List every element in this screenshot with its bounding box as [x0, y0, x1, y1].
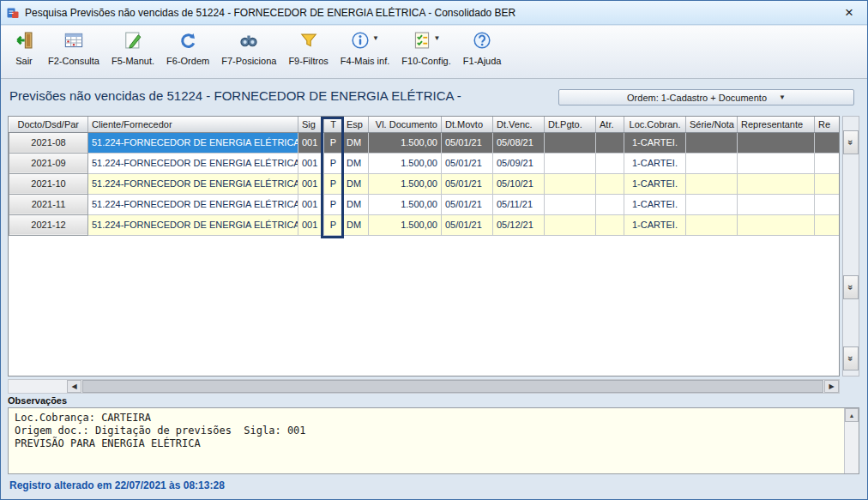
cell-docto[interactable]: 2021-12 [9, 214, 88, 235]
cell-t[interactable]: P [324, 214, 343, 235]
cell-t[interactable]: P [324, 194, 343, 214]
table-row[interactable]: 2021-1051.224-FORNECEDOR DE ENERGIA ELÉT… [9, 173, 841, 194]
cell-serie-nota[interactable] [686, 214, 738, 235]
scroll-first-button[interactable]: » [843, 130, 859, 154]
cell-representante[interactable] [738, 173, 815, 194]
cell-dt-movto[interactable]: 05/01/21 [442, 132, 493, 153]
cell-loc-cobran[interactable]: 1-CARTEI. [624, 214, 686, 235]
cell-re[interactable] [815, 173, 841, 194]
scroll-page-down-button[interactable]: » [843, 275, 859, 299]
cell-cliente[interactable]: 51.224-FORNECEDOR DE ENERGIA ELÉTRICA [88, 194, 298, 214]
cell-loc-cobran[interactable]: 1-CARTEI. [624, 153, 686, 173]
toolbar-button-f1-ajuda[interactable]: F1-Ajuda [457, 29, 508, 68]
scroll-left-button[interactable]: ◀ [67, 380, 81, 393]
cell-docto[interactable]: 2021-09 [9, 153, 88, 173]
cell-representante[interactable] [738, 194, 815, 214]
cell-dt-pgto[interactable] [545, 153, 596, 173]
cell-esp[interactable]: DM [343, 214, 369, 235]
observations-scrollbar[interactable]: ▲ [844, 408, 859, 473]
cell-dt-movto[interactable]: 05/01/21 [442, 153, 493, 173]
column-header-t[interactable]: T [324, 117, 343, 132]
column-header-re[interactable]: Re [815, 117, 841, 132]
cell-re[interactable] [815, 132, 841, 153]
cell-dt-venc[interactable]: 05/09/21 [493, 153, 545, 173]
cell-re[interactable] [815, 153, 841, 173]
cell-esp[interactable]: DM [343, 194, 369, 214]
observations-box[interactable]: Loc.Cobrança: CARTEIRAOrigem doc.: Digit… [8, 407, 859, 474]
cell-dt-venc[interactable]: 05/12/21 [493, 214, 545, 235]
cell-cliente[interactable]: 51.224-FORNECEDOR DE ENERGIA ELÉTRICA [88, 173, 298, 194]
cell-esp[interactable]: DM [343, 132, 369, 153]
close-button[interactable]: × [836, 5, 862, 20]
cell-dt-venc[interactable]: 05/11/21 [493, 194, 545, 214]
cell-dt-pgto[interactable] [545, 132, 596, 153]
column-header-sig[interactable]: Sig [298, 117, 324, 132]
cell-sig[interactable]: 001 [298, 153, 324, 173]
cell-cliente[interactable]: 51.224-FORNECEDOR DE ENERGIA ELÉTRICA [88, 214, 298, 235]
cell-representante[interactable] [738, 132, 815, 153]
cell-dt-movto[interactable]: 05/01/21 [442, 173, 493, 194]
cell-atr[interactable] [596, 132, 624, 153]
column-header-dt-pgto[interactable]: Dt.Pgto. [545, 117, 596, 132]
toolbar-button-sair[interactable]: Sair [6, 29, 42, 68]
cell-representante[interactable] [738, 214, 815, 235]
toolbar-button-f7-posiciona[interactable]: F7-Posiciona [215, 29, 282, 68]
cell-serie-nota[interactable] [686, 173, 738, 194]
cell-vl-documento[interactable]: 1.500,00 [369, 173, 442, 194]
cell-serie-nota[interactable] [686, 153, 738, 173]
cell-loc-cobran[interactable]: 1-CARTEI. [624, 132, 686, 153]
column-header-docto[interactable]: Docto/Dsd/Par [9, 117, 88, 132]
cell-sig[interactable]: 001 [298, 194, 324, 214]
cell-dt-pgto[interactable] [545, 194, 596, 214]
cell-serie-nota[interactable] [686, 132, 738, 153]
toolbar-button-f4-mais-inf[interactable]: ▼F4-Mais inf. [335, 29, 395, 68]
cell-esp[interactable]: DM [343, 153, 369, 173]
cell-loc-cobran[interactable]: 1-CARTEI. [624, 194, 686, 214]
scroll-right-button[interactable]: ▶ [824, 380, 839, 393]
column-header-vl-documento[interactable]: Vl. Documento [369, 117, 442, 132]
horizontal-scrollbar[interactable]: ◀ ▶ [8, 379, 840, 394]
column-header-loc-cobran[interactable]: Loc.Cobran. [624, 117, 686, 132]
toolbar-button-f2-consulta[interactable]: F2-Consulta [42, 29, 105, 68]
cell-dt-movto[interactable]: 05/01/21 [442, 214, 493, 235]
cell-dt-pgto[interactable] [545, 173, 596, 194]
cell-vl-documento[interactable]: 1.500,00 [369, 132, 442, 153]
dropdown-arrow-icon[interactable]: ▼ [434, 34, 441, 42]
cell-esp[interactable]: DM [343, 173, 369, 194]
dropdown-arrow-icon[interactable]: ▼ [372, 34, 379, 42]
table-row[interactable]: 2021-1151.224-FORNECEDOR DE ENERGIA ELÉT… [9, 194, 841, 214]
cell-dt-pgto[interactable] [545, 214, 596, 235]
toolbar-button-f9-filtros[interactable]: F9-Filtros [282, 29, 334, 68]
table-row[interactable]: 2021-0851.224-FORNECEDOR DE ENERGIA ELÉT… [9, 132, 841, 153]
cell-sig[interactable]: 001 [298, 214, 324, 235]
toolbar-button-f10-config[interactable]: ▼F10-Config. [395, 29, 456, 68]
cell-t[interactable]: P [324, 173, 343, 194]
cell-atr[interactable] [596, 173, 624, 194]
cell-cliente[interactable]: 51.224-FORNECEDOR DE ENERGIA ELÉTRICA [88, 132, 298, 153]
order-dropdown-button[interactable]: Ordem: 1-Cadastro + Documento ▼ [558, 89, 854, 105]
cell-dt-venc[interactable]: 05/10/21 [493, 173, 545, 194]
column-header-atr[interactable]: Atr. [596, 117, 624, 132]
column-header-dt-movto[interactable]: Dt.Movto [442, 117, 493, 132]
cell-atr[interactable] [596, 214, 624, 235]
cell-sig[interactable]: 001 [298, 132, 324, 153]
cell-docto[interactable]: 2021-10 [9, 173, 88, 194]
vertical-scrollbar[interactable]: » » » [842, 116, 859, 377]
cell-atr[interactable] [596, 194, 624, 214]
cell-dt-movto[interactable]: 05/01/21 [442, 194, 493, 214]
cell-vl-documento[interactable]: 1.500,00 [369, 153, 442, 173]
cell-re[interactable] [815, 214, 841, 235]
column-header-dt-venc[interactable]: Dt.Venc. [493, 117, 545, 132]
cell-docto[interactable]: 2021-11 [9, 194, 88, 214]
cell-dt-venc[interactable]: 05/08/21 [493, 132, 545, 153]
hscroll-thumb[interactable] [82, 380, 823, 393]
cell-vl-documento[interactable]: 1.500,00 [369, 214, 442, 235]
toolbar-button-f6-ordem[interactable]: F6-Ordem [160, 29, 215, 68]
column-header-esp[interactable]: Esp [343, 117, 369, 132]
cell-sig[interactable]: 001 [298, 173, 324, 194]
cell-re[interactable] [815, 194, 841, 214]
toolbar-button-f5-manut[interactable]: F5-Manut. [105, 29, 160, 68]
cell-t[interactable]: P [324, 153, 343, 173]
cell-representante[interactable] [738, 153, 815, 173]
cell-t[interactable]: P [324, 132, 343, 153]
